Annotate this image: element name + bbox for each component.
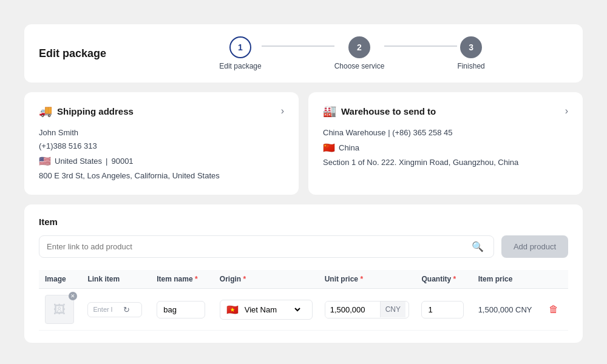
step-2: 2 Choose service [334,36,385,70]
add-product-button[interactable]: Add product [501,235,568,258]
remove-image-button[interactable]: ✕ [69,292,77,300]
shipping-chevron[interactable]: › [281,106,284,116]
us-flag-icon: 🇺🇸 [39,153,51,169]
cell-delete: 🗑 [540,289,568,331]
refresh-icon[interactable]: ↻ [123,305,130,314]
origin-select-wrap[interactable]: 🇻🇳 Viet Nam China United States [220,300,313,320]
image-placeholder: 🖼 [53,303,66,317]
cn-flag-icon: 🇨🇳 [323,140,335,156]
item-image-container: ✕ 🖼 [45,295,74,324]
col-quantity: Quantity * [415,270,472,289]
cell-unitprice: CNY [319,289,416,331]
search-row: 🔍 Add product [39,235,568,258]
col-link: Link item [81,270,151,289]
connector-2-3 [384,46,457,47]
items-table: Image Link item Item name * Origin * Uni… [39,270,568,331]
shipping-card-body: John Smith (+1)388 516 313 🇺🇸 United Sta… [39,126,284,183]
warehouse-chevron[interactable]: › [565,106,568,116]
warehouse-card-body: China Warehouse | (+86) 365 258 45 🇨🇳 Ch… [323,126,568,169]
shipping-card-header: 🚚 Shipping address › [39,104,284,118]
warehouse-address: Section 1 of No. 222. Xingmin Road, Guan… [323,156,568,169]
warehouse-country: China [339,141,359,155]
delete-row-button[interactable]: 🗑 [546,302,561,317]
warehouse-icon: 🏭 [323,104,336,118]
link-input[interactable] [93,306,121,313]
shipping-address-card: 🚚 Shipping address › John Smith (+1)388 … [24,92,299,195]
item-section-title: Item [39,217,568,227]
step-2-circle: 2 [348,36,370,58]
vn-flag-icon: 🇻🇳 [226,304,239,315]
cell-quantity [415,289,472,331]
step-3-circle: 3 [460,36,482,58]
col-unitprice: Unit price * [319,270,416,289]
search-icon-button[interactable]: 🔍 [469,238,486,255]
unit-price-wrap[interactable]: CNY [325,301,410,318]
connector-1-2 [262,46,334,47]
step-3-label: Finished [457,62,484,70]
stepper: 1 Edit package 2 Choose service 3 Finish… [136,36,568,70]
origin-select[interactable]: Viet Nam China United States [242,305,302,315]
address-row: 🚚 Shipping address › John Smith (+1)388 … [24,92,583,195]
shipping-country-zip: 🇺🇸 United States | 90001 [39,153,284,169]
quantity-input[interactable] [421,301,464,318]
shipping-country: United States [55,155,102,168]
col-origin: Origin * [214,270,319,289]
cell-origin: 🇻🇳 Viet Nam China United States [214,289,319,331]
product-search-input[interactable] [47,236,469,257]
shipping-phone: (+1)388 516 313 [39,140,284,153]
col-itemprice: Item price [472,270,541,289]
page-title: Edit package [39,47,136,60]
step-1-label: Edit package [219,62,261,70]
top-card: Edit package 1 Edit package 2 Choose ser… [24,24,583,83]
product-search-wrap[interactable]: 🔍 [39,235,494,258]
truck-icon: 🚚 [39,104,52,118]
col-itemname: Item name * [151,270,214,289]
table-body: ✕ 🖼 ↻ [39,289,568,331]
col-actions [540,270,568,289]
col-image: Image [39,270,81,289]
warehouse-card: 🏭 Warehouse to send to › China Warehouse… [308,92,583,195]
item-section: Item 🔍 Add product Image Link item Item … [24,204,583,343]
cell-image: ✕ 🖼 [39,289,81,331]
currency-label: CNY [380,302,405,317]
step-3: 3 Finished [457,36,484,70]
cell-link: ↻ [81,289,151,331]
warehouse-card-title: 🏭 Warehouse to send to [323,104,436,118]
item-name-input[interactable] [157,301,205,318]
shipping-address: 800 E 3rd St, Los Angeles, California, U… [39,169,284,183]
table-row: ✕ 🖼 ↻ [39,289,568,331]
shipping-name: John Smith [39,126,284,140]
cell-itemname [151,289,214,331]
step-2-label: Choose service [334,62,385,70]
shipping-zip: 90001 [111,155,133,168]
shipping-card-title: 🚚 Shipping address [39,104,134,118]
item-price-value: 1,500,000 CNY [478,305,532,314]
unit-price-input[interactable] [325,302,380,318]
step-1: 1 Edit package [219,36,261,70]
warehouse-name-phone: China Warehouse | (+86) 365 258 45 [323,126,568,140]
table-head: Image Link item Item name * Origin * Uni… [39,270,568,289]
link-input-wrap[interactable]: ↻ [87,302,142,317]
step-1-circle: 1 [229,36,251,58]
table-header-row: Image Link item Item name * Origin * Uni… [39,270,568,289]
warehouse-country-row: 🇨🇳 China [323,140,568,156]
cell-itemprice: 1,500,000 CNY [472,289,541,331]
page-container: Edit package 1 Edit package 2 Choose ser… [12,12,595,364]
warehouse-card-header: 🏭 Warehouse to send to › [323,104,568,118]
